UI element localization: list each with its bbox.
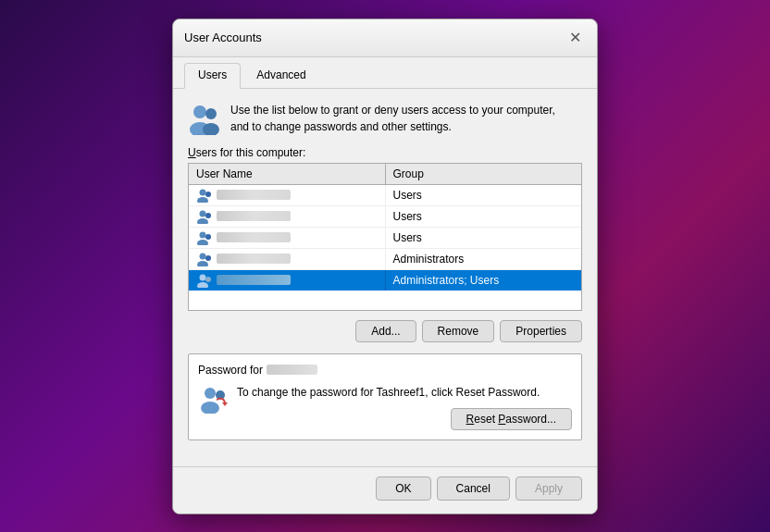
svg-point-12 [205,234,211,240]
password-label: Password for [198,364,572,377]
user-row-icon [196,252,211,266]
svg-point-17 [197,282,208,288]
table-row[interactable]: Users [189,185,581,206]
users-table: User Name Group Users [188,163,582,311]
table-row-selected[interactable]: Administrators; Users [189,270,581,291]
user-name-blur [217,232,291,242]
svg-point-5 [197,197,208,203]
svg-point-11 [197,240,208,245]
info-section: Use the list below to grant or deny user… [188,102,582,135]
properties-button[interactable]: Properties [500,320,582,342]
password-section: Password for To change the password for … [188,353,582,440]
svg-point-14 [197,261,208,266]
tab-advanced[interactable]: Advanced [242,63,319,88]
svg-point-18 [205,277,211,282]
table-row[interactable]: Users [189,206,581,228]
ok-button[interactable]: OK [376,476,430,501]
svg-point-8 [197,218,208,224]
user-group: Users [386,207,582,226]
close-button[interactable]: ✕ [564,27,586,49]
reset-password-button[interactable]: Reset Password... [451,408,572,430]
password-inner: To change the password for Tashreef1, cl… [198,384,572,430]
svg-point-19 [205,388,216,399]
tab-users[interactable]: Users [184,63,241,89]
cancel-button[interactable]: Cancel [437,476,510,501]
svg-point-2 [205,108,217,119]
table-row[interactable]: Users [189,228,581,249]
add-button[interactable]: Add... [355,320,416,342]
user-row-icon [196,273,211,288]
svg-point-20 [201,402,219,414]
user-row-icon [196,209,211,224]
table-header: User Name Group [189,164,581,185]
dialog-title: User Accounts [184,31,262,44]
svg-point-13 [200,253,206,259]
users-label: Users for this computer: [188,146,582,159]
svg-point-7 [200,210,206,217]
svg-point-6 [205,192,211,197]
selected-user-name-blur [217,275,291,285]
svg-point-15 [205,255,211,261]
password-user-blur [267,365,317,375]
users-icon [188,102,221,135]
user-group: Users [386,186,582,204]
user-row-icon [196,188,211,203]
user-row-icon [196,230,211,245]
remove-button[interactable]: Remove [422,320,495,342]
user-group: Administrators [386,250,582,268]
selected-user-group: Administrators; Users [386,271,582,290]
user-accounts-dialog: User Accounts ✕ Users Advanced Use the l… [172,19,598,514]
svg-point-4 [200,189,206,195]
dialog-footer: OK Cancel Apply [173,466,597,513]
user-group: Users [386,229,582,247]
reset-btn-row: Reset Password... [237,408,572,430]
svg-point-0 [193,105,206,118]
info-text: Use the list below to grant or deny user… [230,102,555,135]
password-text: To change the password for Tashreef1, cl… [237,384,572,401]
user-action-buttons: Add... Remove Properties [188,320,582,342]
tab-bar: Users Advanced [173,57,597,89]
svg-point-16 [200,274,206,280]
svg-point-9 [205,213,211,218]
dialog-content: Use the list below to grant or deny user… [173,89,597,466]
svg-point-10 [200,231,206,238]
apply-button[interactable]: Apply [515,476,582,501]
col-header-name: User Name [189,164,386,184]
user-name-blur [217,190,291,200]
user-name-blur [217,211,291,221]
title-bar: User Accounts ✕ [173,19,597,57]
user-name-blur [217,254,291,264]
col-header-group: Group [386,164,582,184]
table-row[interactable]: Administrators [189,249,581,270]
reset-password-icon [198,384,228,414]
